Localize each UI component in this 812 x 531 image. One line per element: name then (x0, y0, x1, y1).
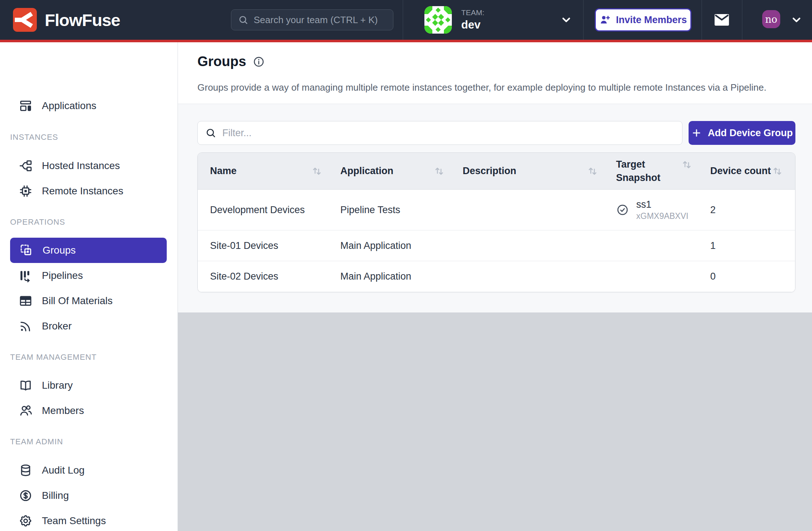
accent-bar (0, 40, 812, 42)
sort-icon[interactable] (433, 165, 445, 177)
invite-members-label: Invite Members (616, 14, 687, 26)
column-header-description[interactable]: Description (450, 153, 604, 189)
sidebar-item-pipelines[interactable]: Pipelines (0, 263, 178, 288)
cell-name: Site-02 Devices (198, 271, 328, 282)
chevron-down-icon[interactable] (560, 14, 572, 26)
pipelines-icon (19, 269, 32, 282)
navbar: FlowFuse (0, 0, 812, 40)
cell-name: Development Devices (198, 204, 328, 216)
page-header: Groups Groups provide a way of managing … (178, 42, 812, 104)
user-avatar[interactable]: no (762, 10, 780, 28)
team-meta: TEAM: dev (461, 8, 484, 31)
cell-application: Pipeline Tests (328, 204, 450, 216)
sidebar-item-audit-log[interactable]: Audit Log (0, 458, 178, 483)
sidebar-item-billing[interactable]: Billing (0, 483, 178, 508)
groups-section: Add Device Group Name Application (178, 104, 812, 312)
column-header-name[interactable]: Name (198, 153, 328, 189)
notifications-button[interactable] (710, 11, 733, 29)
column-header-label: Description (463, 165, 516, 177)
sidebar-item-label: Broker (42, 320, 71, 332)
sidebar-item-members[interactable]: Members (0, 398, 178, 423)
sidebar-item-label: Pipelines (42, 270, 83, 281)
groups-table: Name Application (197, 152, 795, 292)
cell-device-count: 0 (698, 271, 795, 282)
hosted-instances-icon (19, 159, 32, 173)
team-search[interactable] (231, 9, 393, 30)
billing-icon (19, 489, 32, 502)
sidebar-item-label: Applications (42, 100, 96, 112)
cell-device-count: 2 (698, 204, 795, 216)
invite-members-button[interactable]: Invite Members (595, 8, 691, 31)
table-row[interactable]: Site-01 Devices Main Application 1 (198, 230, 795, 261)
column-header-target-snapshot[interactable]: Target Snapshot (604, 153, 698, 189)
members-icon (19, 404, 32, 418)
sidebar-item-hosted-instances[interactable]: Hosted Instances (0, 153, 178, 178)
add-device-group-button[interactable]: Add Device Group (689, 121, 795, 145)
sort-icon[interactable] (771, 165, 783, 177)
sidebar-item-label: Audit Log (42, 465, 84, 476)
cell-target-snapshot: ss1 xGMX9ABXVI (604, 199, 698, 221)
sort-icon[interactable] (586, 165, 599, 177)
snapshot-name: ss1 (636, 199, 688, 210)
sidebar: Applications INSTANCES Hosted Instances (0, 42, 178, 531)
mail-icon (713, 13, 730, 26)
filter-input[interactable] (222, 128, 675, 139)
sidebar-item-broker[interactable]: Broker (0, 314, 178, 339)
team-selector[interactable]: TEAM: dev (403, 0, 583, 40)
sidebar-item-label: Remote Instances (42, 185, 123, 197)
sidebar-item-label: Bill Of Materials (42, 295, 113, 307)
check-circle-icon (616, 203, 629, 216)
team-search-input[interactable] (254, 14, 387, 26)
user-menu-chevron-icon[interactable] (790, 14, 803, 26)
column-header-label: Application (340, 165, 393, 177)
navbar-divider (583, 0, 584, 40)
sidebar-item-label: Members (42, 405, 84, 416)
sidebar-item-label: Team Settings (42, 515, 106, 527)
team-name: dev (461, 18, 484, 31)
sidebar-item-label: Hosted Instances (42, 160, 120, 172)
navbar-divider (702, 0, 702, 40)
column-header-application[interactable]: Application (328, 153, 450, 189)
cell-application: Main Application (328, 240, 450, 251)
sort-icon[interactable] (311, 165, 323, 177)
audit-log-icon (19, 463, 32, 477)
sidebar-item-label: Library (42, 380, 73, 391)
team-label: TEAM: (461, 8, 484, 17)
search-icon (205, 127, 217, 139)
page-title: Groups (197, 54, 246, 69)
table-row[interactable]: Development Devices Pipeline Tests ss1 x… (198, 190, 795, 230)
remote-instances-icon (19, 184, 32, 198)
section-label-team-admin: TEAM ADMIN (10, 436, 63, 447)
search-icon (238, 14, 249, 25)
sort-icon[interactable] (681, 159, 693, 171)
page: FlowFuse (0, 0, 812, 531)
table-row[interactable]: Site-02 Devices Main Application 0 (198, 261, 795, 292)
sidebar-item-label: Groups (43, 245, 76, 256)
sidebar-item-bill-of-materials[interactable]: Bill Of Materials (0, 288, 178, 314)
column-header-label: Device count (710, 165, 771, 177)
info-icon[interactable] (253, 56, 265, 68)
add-device-group-label: Add Device Group (708, 128, 793, 139)
sidebar-item-label: Billing (42, 490, 69, 501)
snapshot-id: xGMX9ABXVI (636, 211, 688, 221)
library-icon (19, 379, 32, 392)
sidebar-item-groups[interactable]: Groups (10, 238, 167, 263)
sidebar-item-remote-instances[interactable]: Remote Instances (0, 178, 178, 204)
column-header-label: Name (210, 165, 237, 177)
sidebar-item-team-settings[interactable]: Team Settings (0, 508, 178, 531)
flowfuse-logo-icon (13, 8, 37, 32)
sidebar-item-library[interactable]: Library (0, 373, 178, 398)
brand-text: FlowFuse (45, 10, 120, 30)
navbar-divider (742, 0, 742, 40)
user-avatar-initials: no (765, 14, 777, 25)
page-description: Groups provide a way of managing multipl… (197, 82, 790, 93)
main-content: Groups Groups provide a way of managing … (178, 42, 812, 531)
cell-application: Main Application (328, 271, 450, 282)
section-label-operations: OPERATIONS (10, 217, 65, 228)
section-label-instances: INSTANCES (10, 132, 58, 143)
flowfuse-logo[interactable]: FlowFuse (13, 8, 120, 32)
filter-box[interactable] (197, 121, 682, 145)
column-header-device-count[interactable]: Device count (698, 153, 795, 189)
section-label-team-management: TEAM MANAGEMENT (10, 352, 97, 363)
sidebar-item-applications[interactable]: Applications (0, 93, 178, 118)
